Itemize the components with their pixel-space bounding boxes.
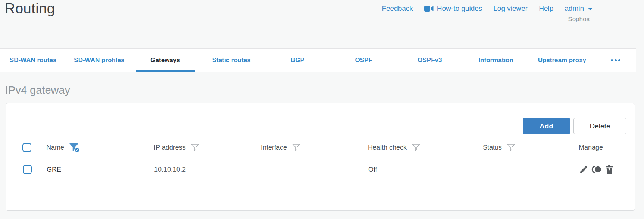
tab-sd-wan-profiles[interactable]: SD-WAN profiles [66,49,132,72]
page-title: Routing [5,1,55,17]
column-header-interface: Interface [261,143,368,152]
tab-upstream-proxy[interactable]: Upstream proxy [529,49,595,72]
tabbar: SD-WAN routes SD-WAN profiles Gateways S… [0,48,636,72]
gateway-name-link[interactable]: GRE [47,166,61,173]
filter-icon[interactable] [412,143,421,152]
table-row: GRE 10.10.10.2 Off [15,157,626,182]
manage-cell [579,165,626,174]
video-camera-icon [424,6,434,12]
gateway-table: Name IP address Interface [15,138,626,182]
delete-trash-icon[interactable] [605,165,614,174]
edit-pencil-icon[interactable] [579,165,588,174]
table-body: GRE 10.10.10.2 Off [15,157,626,182]
column-header-status: Status [483,143,579,152]
user-label: admin [565,4,584,13]
filter-icon[interactable] [191,143,200,152]
column-header-manage: Manage [579,144,626,152]
tab-static-routes[interactable]: Static routes [198,49,265,72]
more-tabs-icon[interactable] [595,49,636,72]
column-label: Name [46,144,64,152]
filter-icon[interactable] [292,143,301,152]
column-header-name: Name [46,143,154,153]
section-title: IPv4 gateway [5,84,644,96]
howto-guides-label: How-to guides [437,4,482,13]
tab-bgp[interactable]: BGP [265,49,331,72]
table-header-row: Name IP address Interface [15,138,626,157]
top-header: Routing Feedback How-to guides Log viewe… [0,0,644,48]
org-label: Sophos [568,16,590,23]
log-viewer-label: Log viewer [493,4,528,13]
tab-sd-wan-routes[interactable]: SD-WAN routes [0,49,66,72]
column-header-health-check: Health check [368,143,483,152]
column-label: Manage [579,144,603,152]
tab-ospf[interactable]: OSPF [331,49,397,72]
gateway-panel: Add Delete Name IP address [6,103,635,211]
column-header-ip-address: IP address [154,143,261,152]
row-checkbox[interactable] [23,165,32,174]
feedback-label: Feedback [382,4,413,13]
clone-icon[interactable] [591,165,602,174]
filter-icon[interactable] [507,143,516,152]
tab-gateways[interactable]: Gateways [132,49,198,72]
column-label: Health check [368,144,407,152]
tab-information[interactable]: Information [463,49,529,72]
help-label: Help [539,4,553,13]
filter-active-icon[interactable] [69,143,81,153]
howto-guides-link[interactable]: How-to guides [424,4,482,13]
utility-nav: Feedback How-to guides Log viewer Help a… [382,4,593,13]
toolbar: Add Delete [523,118,626,134]
add-button[interactable]: Add [523,118,570,134]
user-menu[interactable]: admin [565,4,593,13]
help-link[interactable]: Help [539,4,553,13]
log-viewer-link[interactable]: Log viewer [493,4,528,13]
column-label: Interface [261,144,287,152]
delete-button[interactable]: Delete [573,118,626,134]
select-all-checkbox[interactable] [22,143,31,152]
column-label: IP address [154,144,186,152]
ip-address-value: 10.10.10.2 [154,166,186,173]
chevron-down-icon [588,8,593,10]
health-check-value: Off [368,166,377,173]
feedback-link[interactable]: Feedback [382,4,413,13]
tab-ospfv3[interactable]: OSPFv3 [397,49,463,72]
column-label: Status [483,144,502,152]
